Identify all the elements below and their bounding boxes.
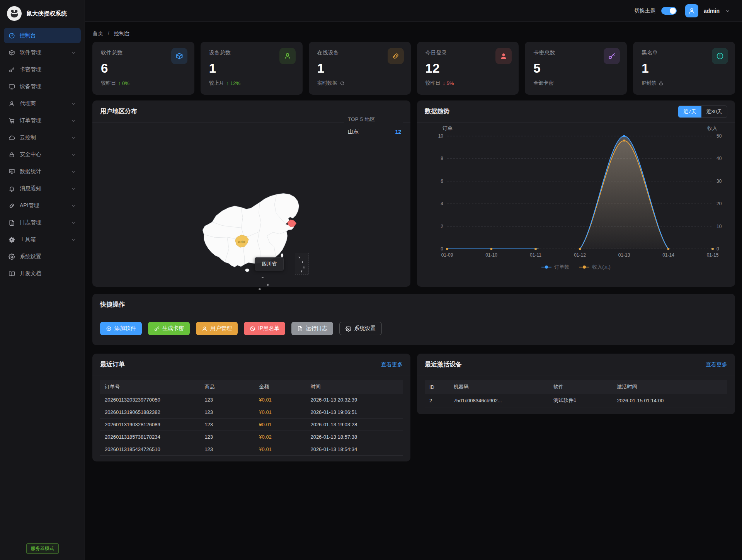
bell-icon xyxy=(9,186,15,192)
sidebar: 鼠大侠授权系统 控制台软件管理卡密管理设备管理代理商订单管理云控制安全中心数据统… xyxy=(0,0,85,560)
lock-icon xyxy=(9,151,15,158)
block-icon xyxy=(250,326,255,332)
panel-title: 快捷操作 xyxy=(100,301,125,309)
sidebar-item-11[interactable]: 日志管理 xyxy=(4,215,81,230)
legend-marker xyxy=(541,265,551,269)
sidebar-item-3[interactable]: 设备管理 xyxy=(4,79,81,94)
left-tick-label: 0 xyxy=(441,246,443,252)
dashboard-icon xyxy=(9,32,15,39)
quick-action-2[interactable]: 用户管理 xyxy=(196,322,238,335)
user-icon xyxy=(284,52,291,60)
legend-label: 订单数 xyxy=(554,264,569,271)
data-point-income xyxy=(579,248,581,250)
server-mode-badge: 服务器模式 xyxy=(26,543,59,554)
quick-action-3[interactable]: IP黑名单 xyxy=(244,322,285,335)
table-cell: 20260113185434726510 xyxy=(100,443,200,456)
top-region-row: 山东12 xyxy=(348,128,403,135)
refresh-icon xyxy=(340,81,345,86)
sidebar-item-1[interactable]: 软件管理 xyxy=(4,45,81,60)
sidebar-item-0[interactable]: 控制台 xyxy=(4,28,81,43)
table-cell: 20260113185738178234 xyxy=(100,431,200,443)
mouse-logo-icon xyxy=(9,9,19,19)
sidebar-item-6[interactable]: 云控制 xyxy=(4,130,81,145)
range-button-1[interactable]: 近30天 xyxy=(701,106,727,117)
user-icon xyxy=(688,7,695,14)
island-dot xyxy=(262,277,264,278)
stat-card-4: 卡密总数5全部卡密 xyxy=(525,42,627,95)
sidebar-item-10[interactable]: API管理 xyxy=(4,198,81,213)
sidebar-item-5[interactable]: 订单管理 xyxy=(4,113,81,128)
theme-toggle-label: 切换主题 xyxy=(634,7,656,14)
range-button-0[interactable]: 近7天 xyxy=(678,106,701,117)
app-logo xyxy=(7,6,22,21)
table-row[interactable]: 20260113190328126089123¥0.012026-01-13 1… xyxy=(100,419,403,431)
devices-view-more-link[interactable]: 查看更多 xyxy=(706,361,727,368)
region-distribution-panel: 用户地区分布 TOP 5 地区 山东12 四川省 四川省 xyxy=(92,100,410,287)
table-cell: 2026-01-13 18:57:38 xyxy=(306,431,403,443)
top-regions-title: TOP 5 地区 xyxy=(348,116,403,123)
legend-label: 收入(元) xyxy=(592,264,611,271)
table-row[interactable]: 20260113190651882382123¥0.012026-01-13 1… xyxy=(100,406,403,419)
sidebar-item-14[interactable]: 开发文档 xyxy=(4,266,81,281)
user-filled-icon xyxy=(500,52,507,60)
cloud-icon xyxy=(9,134,15,141)
table-cell: ¥0.01 xyxy=(254,443,306,456)
left-tick-label: 8 xyxy=(441,156,443,161)
recent-devices-panel: 最近激活设备 查看更多 ID机器码软件激活时间275d1c008346cb902… xyxy=(417,354,735,414)
toggle-knob xyxy=(670,8,676,14)
trend-up: ↑ 12% xyxy=(226,80,240,86)
sidebar-item-8[interactable]: 数据统计 xyxy=(4,164,81,179)
stat-card-icon-badge xyxy=(171,48,187,64)
column-header: 软件 xyxy=(549,380,612,394)
sidebar-item-2[interactable]: 卡密管理 xyxy=(4,62,81,77)
breadcrumb-home[interactable]: 首页 xyxy=(92,30,103,36)
quick-action-5[interactable]: 系统设置 xyxy=(339,322,382,335)
quick-action-1[interactable]: 生成卡密 xyxy=(148,322,190,335)
x-tick-label: 01-09 xyxy=(441,252,453,258)
orders-view-more-link[interactable]: 查看更多 xyxy=(381,361,403,368)
theme-toggle-switch[interactable] xyxy=(661,7,677,15)
china-map: 四川省 xyxy=(191,184,334,287)
table-row[interactable]: 20260113185738178234123¥0.022026-01-13 1… xyxy=(100,431,403,443)
trend-chart-body: 订单收入00210420630840105001-0901-1001-1101-… xyxy=(417,123,735,271)
china-map-svg: 四川省 xyxy=(191,184,334,287)
right-tick-label: 10 xyxy=(716,224,722,229)
table-cell: 2026-01-13 18:54:34 xyxy=(306,443,403,456)
table-row[interactable]: 275d1c008346cb902...测试软件12026-01-15 01:1… xyxy=(425,394,727,407)
user-icon xyxy=(202,326,208,332)
stat-card-sub: 全部卡密 xyxy=(533,80,618,87)
quick-action-4[interactable]: 运行日志 xyxy=(291,322,333,335)
column-header: 订单号 xyxy=(100,380,200,394)
table-cell: ¥0.01 xyxy=(254,419,306,431)
legend-item[interactable]: 订单数 xyxy=(541,264,569,271)
main-content: 首页 / 控制台 软件总数6较昨日↑ 0%设备总数1较上月↑ 12%在线设备1实… xyxy=(85,22,742,560)
left-tick-label: 10 xyxy=(438,133,444,139)
table-header-row: ID机器码软件激活时间 xyxy=(425,380,727,394)
legend-item[interactable]: 收入(元) xyxy=(579,264,611,271)
chevron-down-icon xyxy=(71,118,76,123)
stat-card-sub: 较昨日↑ 0% xyxy=(101,80,186,87)
user-avatar[interactable] xyxy=(685,4,698,17)
south-sea-inset xyxy=(295,253,308,274)
sidebar-item-4[interactable]: 代理商 xyxy=(4,96,81,111)
table-cell: 20260113190328126089 xyxy=(100,419,200,431)
column-header: 金额 xyxy=(254,380,306,394)
stat-card-1: 设备总数1较上月↑ 12% xyxy=(201,42,303,95)
sidebar-item-label: 数据统计 xyxy=(20,168,66,175)
board-icon xyxy=(9,169,15,175)
user-icon xyxy=(9,100,15,107)
table-row[interactable]: 20260113203239770050123¥0.012026-01-13 2… xyxy=(100,394,403,406)
sidebar-item-9[interactable]: 消息通知 xyxy=(4,181,81,196)
user-menu-chevron[interactable] xyxy=(725,8,730,14)
right-tick-label: 0 xyxy=(716,246,719,252)
sidebar-item-13[interactable]: 系统设置 xyxy=(4,249,81,264)
chevron-down-icon xyxy=(71,203,76,208)
data-point-income xyxy=(446,248,448,250)
sidebar-item-12[interactable]: 工具箱 xyxy=(4,232,81,247)
table-row[interactable]: 20260113185434726510123¥0.012026-01-13 1… xyxy=(100,443,403,456)
sidebar-item-7[interactable]: 安全中心 xyxy=(4,147,81,162)
package-icon xyxy=(9,49,15,56)
quick-action-0[interactable]: 添加软件 xyxy=(100,322,142,335)
sidebar-item-label: 工具箱 xyxy=(20,236,66,243)
devices-table: ID机器码软件激活时间275d1c008346cb902...测试软件12026… xyxy=(425,380,727,407)
